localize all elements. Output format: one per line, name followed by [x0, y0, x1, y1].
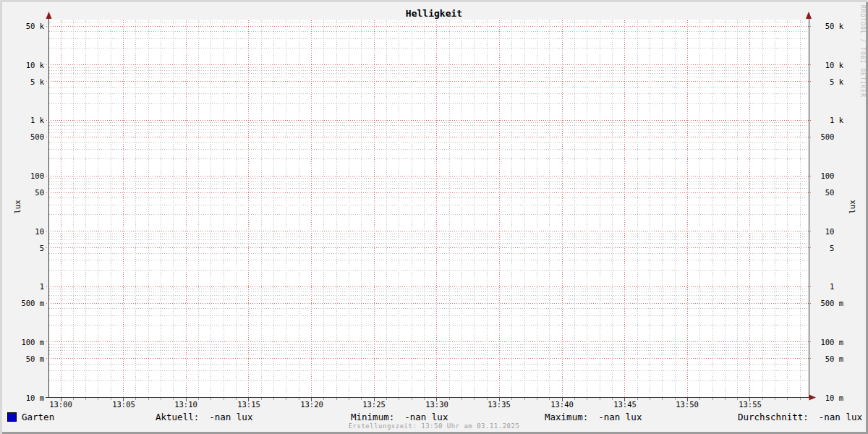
y-tick-label-right: 50 m [793, 354, 843, 363]
y-tick-label-right: 1 [793, 282, 843, 291]
y-tick-label-left: 10 k [0, 61, 44, 69]
x-tick-label: 13:55 [732, 400, 768, 409]
legend-maximum-label: Maximum: [545, 412, 588, 422]
x-tick-label: 13:00 [43, 400, 79, 409]
y-tick-label-right: 10 [793, 227, 843, 236]
legend-maximum-value: -nan lux [598, 412, 642, 422]
y-tick-label-right: 10 m [793, 393, 843, 402]
y-tick-label-right: 1 k [793, 116, 843, 124]
y-tick-label-left: 50 m [0, 354, 44, 363]
rrd-graph: 50 k50 k10 k10 k5 k5 k1 k1 k500500 10010… [0, 0, 868, 434]
y-tick-label-right: 500 m [793, 299, 843, 307]
y-tick-label-right: 5 k [793, 77, 843, 86]
legend-aktuell-value: -nan lux [209, 412, 252, 422]
x-tick-label: 13:40 [544, 400, 580, 409]
series-label-garten: Garten [22, 412, 54, 422]
legend-durchschnitt: Durchschnitt:-nan lux [738, 412, 862, 422]
y-tick-label-right: 100 [793, 171, 843, 180]
y-tick-label-left: 10 [0, 227, 44, 236]
x-tick-label: 13:20 [294, 400, 330, 409]
legend-minimum-value: -nan lux [404, 412, 448, 422]
x-tick-label: 13:45 [607, 400, 643, 409]
x-tick-label: 13:10 [168, 400, 204, 409]
legend-minimum-label: Minimum: [351, 412, 394, 422]
y-tick-label-left: 500 [0, 132, 44, 141]
legend-aktuell-label: Aktuell: [156, 412, 199, 422]
y-tick-label-right: 50 k [793, 22, 843, 30]
legend-durchschnitt-label: Durchschnitt: [738, 412, 809, 422]
legend-minimum: Minimum:-nan lux [351, 412, 448, 422]
x-tick-label: 13:25 [356, 400, 392, 409]
y-tick-label-left: 1 [0, 282, 44, 291]
x-tick-label: 13:50 [669, 400, 705, 409]
y-tick-label-right: 100 m [793, 338, 843, 346]
x-tick-label: 13:05 [106, 400, 142, 409]
y-tick-label-left: 50 [0, 188, 44, 197]
y-tick-label-left: 500 m [0, 299, 44, 307]
plot-area [0, 0, 868, 434]
x-tick-label: 13:35 [481, 400, 517, 409]
y-axis-label-right: lux [845, 199, 859, 215]
series-swatch-garten [7, 412, 17, 422]
y-tick-label-right: 500 [793, 132, 843, 141]
y-tick-label-left: 100 m [0, 338, 44, 346]
y-tick-label-right: 50 [793, 188, 843, 197]
y-tick-label-left: 1 k [0, 116, 44, 124]
legend-maximum: Maximum:-nan lux [545, 412, 642, 422]
chart-title: Helligkeit [0, 8, 868, 19]
rrdtool-watermark: RRDTOOL / TOBI OETIKER [859, 5, 866, 98]
x-tick-label: 13:30 [419, 400, 455, 409]
y-tick-label-left: 50 k [0, 22, 44, 30]
y-axis-label-left: lux [10, 199, 25, 215]
creation-time-text: Erstellungszeit: 13:50 Uhr am 03.11.2025 [0, 422, 868, 430]
y-tick-label-left: 5 [0, 244, 44, 252]
legend-durchschnitt-value: -nan lux [819, 412, 862, 422]
y-tick-label-left: 5 k [0, 77, 44, 86]
y-tick-label-right: 5 [793, 244, 843, 252]
x-tick-label: 13:15 [231, 400, 267, 409]
y-tick-label-left: 10 m [0, 393, 44, 402]
y-tick-label-left: 100 [0, 171, 44, 180]
y-tick-label-right: 10 k [793, 61, 843, 69]
legend-aktuell: Aktuell:-nan lux [156, 412, 252, 422]
